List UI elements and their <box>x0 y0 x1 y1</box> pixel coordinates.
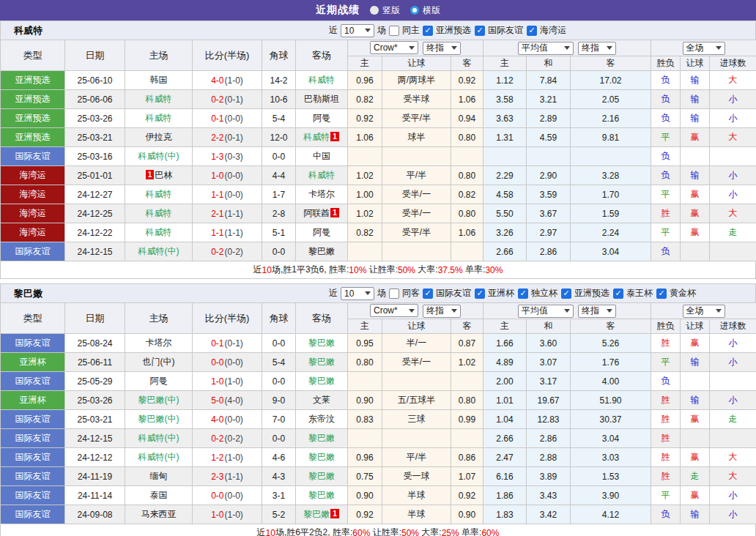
average-draw-odds: 4.59 <box>527 128 571 147</box>
competition-label: 亚洲杯 <box>488 287 514 299</box>
average-home-odds <box>483 147 527 166</box>
scope-select[interactable]: 全场 <box>683 305 725 318</box>
half-time-score: (0-0) <box>225 357 243 368</box>
average-draw-odds: 3.43 <box>527 486 571 505</box>
competition-checkbox[interactable]: ✓ <box>613 289 623 299</box>
average-select[interactable]: 平均值 <box>518 305 574 318</box>
average-home-odds: 2.47 <box>483 448 527 467</box>
odds-stage-select[interactable]: 终指 <box>423 305 461 318</box>
home-team-name: 伊拉克 <box>146 132 172 142</box>
chevron-down-icon <box>409 309 415 313</box>
same-venue-checkbox[interactable] <box>389 26 399 36</box>
table-row: 国际友谊25-05-29阿曼1-0(1-0)0-0黎巴嫩2.003.174.00… <box>1 372 756 391</box>
away-team: 黎巴嫩 <box>296 353 348 372</box>
match-date: 25-03-26 <box>65 391 125 410</box>
corner-count: 3-1 <box>262 486 296 505</box>
home-team-name: 泰国 <box>150 490 168 500</box>
competition-checkbox[interactable]: ✓ <box>656 289 667 299</box>
handicap-line <box>382 429 451 448</box>
half-time-score: (0-3) <box>225 152 243 162</box>
average-draw-odds: 2.86 <box>527 429 571 448</box>
score: 1-3(0-3) <box>193 147 262 166</box>
result-handicap: 赢 <box>681 204 710 223</box>
layout-radio-vertical[interactable]: 竖版 <box>370 4 400 17</box>
handicap-line: 半/一 <box>382 334 451 353</box>
games-label: 场 <box>377 24 386 37</box>
chevron-down-icon <box>564 46 570 50</box>
radio-selected-icon <box>410 6 419 15</box>
corner-count: 9-0 <box>262 391 296 410</box>
average-draw-odds: 3.59 <box>527 185 571 204</box>
average-select[interactable]: 平均值 <box>518 42 574 55</box>
bookmaker-select[interactable]: Crow* <box>370 41 418 54</box>
average-draw-odds: 2.97 <box>527 223 571 242</box>
competition-checkbox[interactable]: ✓ <box>423 26 433 36</box>
avg-dropdowns: 平均值终指 <box>483 303 651 319</box>
away-team: 黎巴嫩1 <box>296 505 348 524</box>
competition-checkbox[interactable]: ✓ <box>423 289 433 299</box>
column-header: 日期 <box>65 40 125 71</box>
summary-segment: 60% <box>481 528 499 536</box>
average-away-odds: 5.26 <box>571 334 651 353</box>
full-time-score: 0-0 <box>211 491 223 501</box>
score: 2-1(1-1) <box>193 204 262 223</box>
competition-checkbox[interactable]: ✓ <box>561 289 571 299</box>
home-team-name: 黎巴嫩(中) <box>138 414 179 424</box>
result-goals-over-under: 小 <box>710 185 756 204</box>
sub-column-header: 胜负 <box>651 56 681 71</box>
match-count-select[interactable]: 10 <box>341 24 374 37</box>
handicap-away-odds: 0.92 <box>451 71 483 90</box>
corner-count: 10-6 <box>262 90 296 109</box>
full-time-score: 1-1 <box>211 190 223 200</box>
summary-segment: 单率: <box>463 264 486 276</box>
home-team: 科威特(中) <box>125 242 193 261</box>
away-team: 卡塔尔 <box>296 185 348 204</box>
match-date: 25-03-26 <box>65 109 125 128</box>
handicap-line <box>382 147 451 166</box>
match-date: 25-05-29 <box>65 372 125 391</box>
scope-select[interactable]: 全场 <box>683 42 725 55</box>
sub-column-header: 客 <box>571 56 651 71</box>
home-team: 1巴林 <box>125 166 193 185</box>
average-away-odds: 3.90 <box>571 486 651 505</box>
away-team-name: 科威特 <box>308 75 335 85</box>
odds-stage-select[interactable]: 终指 <box>423 42 461 55</box>
full-time-score: 0-2 <box>211 94 223 105</box>
away-team: 中国 <box>296 147 348 166</box>
competition-type: 国际友谊 <box>1 505 65 524</box>
corner-count: 14-2 <box>262 71 296 90</box>
home-team: 科威特 <box>125 204 193 223</box>
home-team-name: 黎巴嫩(中) <box>138 395 179 405</box>
handicap-home-odds <box>348 147 382 166</box>
sub-column-header: 让球 <box>681 319 710 334</box>
home-team: 伊拉克 <box>125 128 193 147</box>
away-team: 东帝汶 <box>296 410 348 429</box>
result-handicap: 输 <box>681 505 710 524</box>
handicap-away-odds: 1.06 <box>451 90 483 109</box>
odds-stage-select-value: 终指 <box>426 42 444 54</box>
competition-checkbox[interactable]: ✓ <box>518 289 528 299</box>
table-row: 国际友谊24-11-19缅甸2-3(1-1)4-3黎巴嫩0.75受一球1.076… <box>1 467 756 486</box>
handicap-home-odds: 0.96 <box>348 448 382 467</box>
average-away-odds: 2.24 <box>571 223 651 242</box>
competition-checkbox[interactable]: ✓ <box>475 26 485 36</box>
away-team-name: 黎巴嫩 <box>303 509 330 519</box>
competition-type: 国际友谊 <box>1 147 65 166</box>
bookmaker-select[interactable]: Crow* <box>370 304 418 317</box>
column-header: 角球 <box>262 303 296 334</box>
match-count-select[interactable]: 10 <box>341 287 374 300</box>
average-stage-select[interactable]: 终指 <box>578 305 616 318</box>
same-venue-checkbox[interactable] <box>389 289 399 299</box>
average-away-odds: 2.05 <box>571 90 651 109</box>
handicap-home-odds: 0.92 <box>348 505 382 524</box>
result-handicap: 输 <box>681 90 710 109</box>
layout-radio-horizontal[interactable]: 横版 <box>410 4 440 17</box>
competition-checkbox[interactable]: ✓ <box>475 289 485 299</box>
corner-count: 7-0 <box>262 410 296 429</box>
sub-column-header: 主 <box>483 56 527 71</box>
competition-type: 亚洲预选 <box>1 128 65 147</box>
half-time-score: (0-1) <box>225 133 243 143</box>
competition-checkbox[interactable]: ✓ <box>527 26 537 36</box>
average-stage-select[interactable]: 终指 <box>578 42 616 55</box>
corner-count: 0-0 <box>262 429 296 448</box>
